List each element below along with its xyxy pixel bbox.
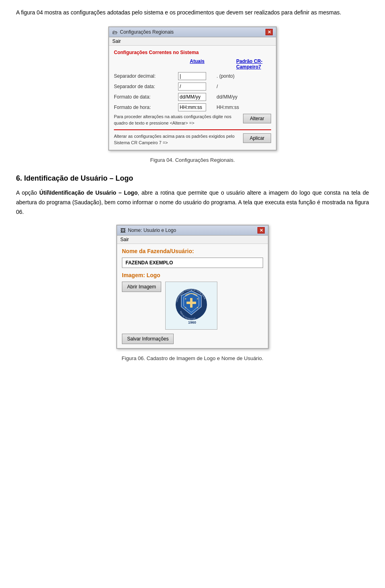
row2-label: Separador de data: — [114, 84, 178, 89]
row4-input-container — [178, 103, 210, 111]
svg-text:★: ★ — [197, 306, 199, 309]
svg-text:★: ★ — [184, 306, 186, 309]
dialog1-col-atual: Atuais — [190, 58, 228, 70]
row1-input[interactable] — [178, 72, 206, 80]
dialog1-col-padrao: Padrão CR-Campeiro7 — [236, 58, 271, 70]
logo-preview: ★ ★ ★ ★ Universidade Federal de Santa Ma… — [165, 282, 217, 330]
dialog2-title: 🖼 Nome: Usuário e Logo — [120, 228, 176, 234]
figure2-caption: Figura 06. Cadastro de Imagem de Logo e … — [16, 355, 369, 361]
svg-text:★: ★ — [197, 298, 199, 300]
table-row: Formato de hora: HH:mm:ss — [114, 103, 271, 111]
alterar-button[interactable]: Alterar — [243, 114, 271, 123]
alterar-text: Para proceder alterações na atuais confi… — [114, 114, 239, 126]
imagem-logo-label: Imagem: Logo — [122, 272, 263, 278]
table-row: Separador decimal: . (ponto) — [114, 72, 271, 80]
dialog2-close-button[interactable]: ✕ — [257, 227, 265, 234]
table-row: Formato de data: dd/MM/yy — [114, 93, 271, 101]
figure2-container: 🖼 Nome: Usuário e Logo ✕ Sair Nome da Fa… — [16, 225, 369, 349]
dialog1-title-text: Configurações Regionais — [120, 29, 174, 35]
dialog1-title-icon: 🗁 — [112, 29, 118, 35]
dialog2-title-icon: 🖼 — [120, 228, 126, 234]
dialog1-body: Configurações Correntes no Sistema Atuai… — [109, 46, 276, 150]
nome-fazenda-label: Nome da Fazenda/Usuário: — [122, 248, 263, 254]
figure1-caption: Figura 04. Configurações Regionais. — [16, 157, 369, 163]
table-row: Separador de data: / — [114, 83, 271, 91]
aplicar-button[interactable]: Aplicar — [243, 133, 271, 143]
section6-heading: 6. Identificação de Usuário – Logo — [16, 174, 369, 183]
dialog2-menu: Sair — [117, 236, 268, 244]
dialog2-titlebar: 🖼 Nome: Usuário e Logo ✕ — [117, 226, 268, 236]
alterar-section: Para proceder alterações na atuais confi… — [114, 114, 271, 126]
logo-svg: ★ ★ ★ ★ Universidade Federal de Santa Ma… — [166, 282, 217, 329]
svg-text:1960: 1960 — [188, 320, 196, 324]
row3-input[interactable] — [178, 93, 206, 101]
svg-rect-4 — [186, 302, 196, 304]
imagem-area: Abrir Imagem — [122, 282, 263, 330]
row3-input-container — [178, 93, 210, 101]
intro-paragraph: A figura 04 mostra as configurações adot… — [16, 8, 369, 17]
aplicar-section: Alterar as configurações acima para os p… — [114, 133, 271, 146]
row3-label: Formato de data: — [114, 94, 178, 100]
salvar-informacoes-button[interactable]: Salvar Informações — [122, 334, 174, 344]
dialog2-title-text: Nome: Usuário e Logo — [128, 228, 176, 233]
row1-label: Separador decimal: — [114, 73, 178, 79]
dialog1-columns-header: Atuais Padrão CR-Campeiro7 — [114, 58, 271, 70]
row2-input-container — [178, 83, 210, 91]
row1-standard: . (ponto) — [217, 73, 235, 79]
dialog1-menu: Sair — [109, 37, 276, 46]
section6-paragraph: A opção Útil\Identificação de Usuário – … — [16, 188, 369, 217]
dialog2-menu-sair[interactable]: Sair — [120, 237, 129, 242]
dialog1-close-button[interactable]: ✕ — [265, 29, 273, 35]
row2-input[interactable] — [178, 83, 206, 91]
row2-standard: / — [217, 84, 218, 89]
nome-fazenda-value: FAZENDA EXEMPLO — [122, 258, 263, 268]
row4-input[interactable] — [178, 103, 206, 111]
red-separator — [114, 129, 271, 130]
abrir-imagem-button[interactable]: Abrir Imagem — [122, 282, 161, 292]
dialog1-menu-sair[interactable]: Sair — [112, 38, 121, 44]
row1-input-container — [178, 72, 210, 80]
dialog1-titlebar: 🗁 Configurações Regionais ✕ — [109, 27, 276, 37]
dialog2-body: Nome da Fazenda/Usuário: FAZENDA EXEMPLO… — [117, 244, 268, 348]
dialog1-section-header: Configurações Correntes no Sistema — [114, 50, 271, 55]
svg-text:★: ★ — [184, 298, 186, 300]
dialog1-window: 🗁 Configurações Regionais ✕ Sair Configu… — [108, 26, 277, 151]
aplicar-text: Alterar as configurações acima para os p… — [114, 133, 239, 146]
row3-standard: dd/MM/yy — [217, 94, 237, 100]
dialog1-title: 🗁 Configurações Regionais — [112, 29, 174, 35]
row4-label: Formato de hora: — [114, 105, 178, 110]
dialog2-window: 🖼 Nome: Usuário e Logo ✕ Sair Nome da Fa… — [116, 225, 269, 349]
row4-standard: HH:mm:ss — [217, 105, 239, 110]
figure1-container: 🗁 Configurações Regionais ✕ Sair Configu… — [16, 26, 369, 151]
